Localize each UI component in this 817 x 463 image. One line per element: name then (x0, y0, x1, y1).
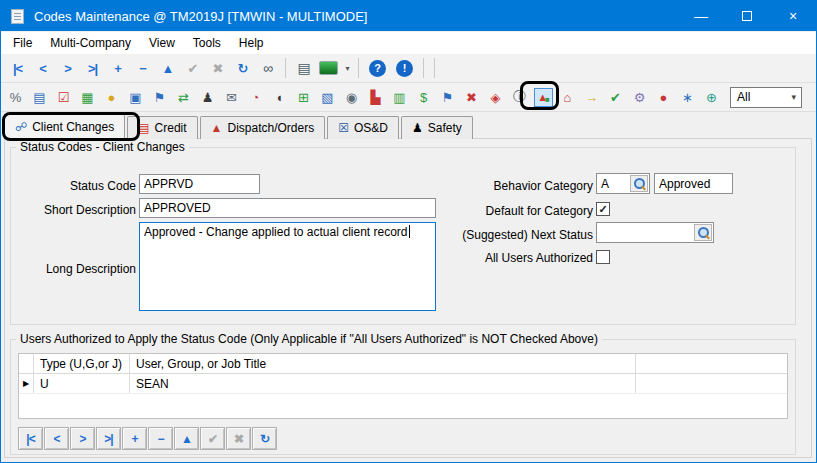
status-code-field[interactable]: APPRVD (139, 174, 260, 194)
next-record-icon[interactable]: > (55, 61, 80, 76)
tab-client-changes[interactable]: ☍ Client Changes (4, 114, 125, 139)
grid-last-button[interactable]: >| (96, 427, 121, 450)
help-icon[interactable]: ? (369, 60, 386, 77)
short-description-field[interactable]: APPROVED (139, 198, 436, 218)
approve-check-icon[interactable]: ✔ (606, 88, 625, 107)
menu-file[interactable]: File (4, 32, 41, 54)
behavior-category-lookup-button[interactable] (630, 175, 648, 192)
card-transfer-icon[interactable]: ⇄ (174, 88, 193, 107)
tab-label: Client Changes (32, 120, 114, 134)
refresh-icon[interactable]: ↻ (230, 61, 255, 76)
org-chart-icon[interactable]: ⊞ (294, 88, 313, 107)
filter-dropdown[interactable]: All ▾ (730, 87, 802, 108)
short-description-value: APPROVED (144, 201, 211, 215)
tab-osd[interactable]: ☒ OS&D (327, 116, 399, 139)
grid-refresh-button[interactable]: ↻ (252, 427, 277, 450)
factory-icon[interactable]: ▙ (366, 88, 385, 107)
grid-first-button[interactable]: |< (18, 427, 43, 450)
default-for-category-checkbox[interactable]: ✓ (596, 202, 610, 216)
next-status-field[interactable] (596, 222, 714, 243)
grid-navigator: |<<>>|+−▲✔✖↻ (18, 427, 277, 450)
camera-icon[interactable]: ◉ (342, 88, 361, 107)
box-check-icon[interactable]: ▥ (390, 88, 409, 107)
next-status-lookup-button[interactable] (694, 224, 712, 241)
app-window: Codes Maintenance @ TM2019J [TMWIN - MUL… (0, 0, 817, 463)
tab-label: Credit (155, 121, 187, 135)
grid-header-row: Type (U,G,or J) User, Group, or Job Titl… (19, 354, 787, 374)
driver-icon[interactable]: ♟ (198, 88, 217, 107)
toolbar-separator (285, 58, 286, 78)
grid-prior-button[interactable]: < (44, 427, 69, 450)
tab-dispatch-orders[interactable]: ▲ Dispatch/Orders (200, 116, 326, 139)
minimize-button[interactable]: — (678, 1, 724, 31)
maximize-icon (742, 11, 752, 21)
menu-view[interactable]: View (140, 32, 184, 54)
maximize-button[interactable] (724, 1, 770, 31)
signpost-icon[interactable]: → (582, 88, 601, 107)
titlebar: Codes Maintenance @ TM2019J [TMWIN - MUL… (1, 1, 816, 31)
first-record-icon[interactable]: |< (5, 61, 30, 76)
globe-icon[interactable]: ⊕ (702, 88, 721, 107)
net-delete-icon[interactable]: ✖ (462, 88, 481, 107)
all-users-authorized-checkbox[interactable] (596, 250, 610, 264)
grid-next-button[interactable]: > (70, 427, 95, 450)
tab-credit[interactable]: ▤ Credit (127, 116, 197, 139)
car-icon[interactable]: ● (654, 88, 673, 107)
grid-header-user: User, Group, or Job Title (130, 354, 636, 373)
screen-dropdown-icon[interactable]: ▾ (341, 64, 353, 73)
calendar-icon[interactable]: ▧ (318, 88, 337, 107)
status-codes-icon[interactable]: ▲ (534, 88, 553, 107)
flag-alt-icon[interactable]: ⚑ (438, 88, 457, 107)
grid-edit-button[interactable]: ▲ (174, 427, 199, 450)
mail-icon[interactable]: ✉ (222, 88, 241, 107)
behavior-category-label: Behavior Category (446, 179, 593, 193)
net-nodes-icon[interactable]: ◈ (486, 88, 505, 107)
menu-tools[interactable]: Tools (184, 32, 230, 54)
snowflake-icon[interactable]: ∗ (678, 88, 697, 107)
about-icon[interactable]: ! (396, 60, 413, 77)
printer-icon[interactable]: ▤ (291, 60, 316, 76)
grid-post-button[interactable]: ✔ (200, 427, 225, 450)
behavior-category-code-field[interactable]: A (596, 173, 650, 194)
chart-icon[interactable]: ▦ (78, 88, 97, 107)
binoculars-search-icon[interactable]: ∞ (255, 60, 280, 76)
gauge-icon[interactable]: ◔ (246, 88, 265, 107)
gears-icon[interactable]: ⚙ (630, 88, 649, 107)
percent-icon[interactable]: % (6, 88, 25, 107)
table-row[interactable]: ▶ U SEAN (19, 374, 787, 394)
close-icon: × (789, 8, 797, 24)
prior-record-icon[interactable]: < (30, 61, 55, 76)
tab-icon: ▲ (211, 121, 223, 135)
cancel-edit-icon[interactable]: ✖ (205, 61, 230, 76)
menu-help[interactable]: Help (230, 32, 273, 54)
delete-record-icon[interactable]: − (130, 61, 155, 76)
post-edit-icon[interactable]: ✔ (180, 61, 205, 76)
grid-insert-button[interactable]: + (122, 427, 147, 450)
window-title: Codes Maintenance @ TM2019J [TMWIN - MUL… (34, 9, 367, 24)
last-record-icon[interactable]: >| (80, 61, 105, 76)
checkmark-icon: ✓ (598, 203, 607, 216)
behavior-category-description-field[interactable]: Approved (654, 173, 733, 194)
copy-check-icon[interactable]: ▣ (126, 88, 145, 107)
home-icon[interactable]: ⌂ (558, 88, 577, 107)
grid-cancel-button[interactable]: ✖ (226, 427, 251, 450)
shield-icon[interactable]: ● (102, 88, 121, 107)
flag-icon[interactable]: ⚑ (150, 88, 169, 107)
notes-icon[interactable]: ▤ (30, 88, 49, 107)
invoice-icon[interactable]: $ (414, 88, 433, 107)
row-type-cell[interactable]: U (34, 374, 130, 393)
insert-record-icon[interactable]: + (105, 61, 130, 76)
status-code-label: Status Code (31, 179, 136, 193)
long-description-field[interactable]: Approved - Change applied to actual clie… (139, 222, 436, 311)
tab-safety[interactable]: ♟ Safety (401, 116, 473, 139)
edit-record-icon[interactable]: ▲ (155, 61, 180, 76)
close-button[interactable]: × (770, 1, 816, 31)
tab-label: Dispatch/Orders (227, 121, 314, 135)
grid-delete-button[interactable]: − (148, 427, 173, 450)
menu-multi-company[interactable]: Multi-Company (41, 32, 140, 54)
shoe-icon[interactable]: ◖ (270, 88, 289, 107)
row-user-cell[interactable]: SEAN (130, 374, 636, 393)
screen-icon[interactable] (319, 61, 338, 75)
doc-info-icon[interactable]: ⓘ (510, 88, 529, 107)
checklist-icon[interactable]: ☑ (54, 88, 73, 107)
